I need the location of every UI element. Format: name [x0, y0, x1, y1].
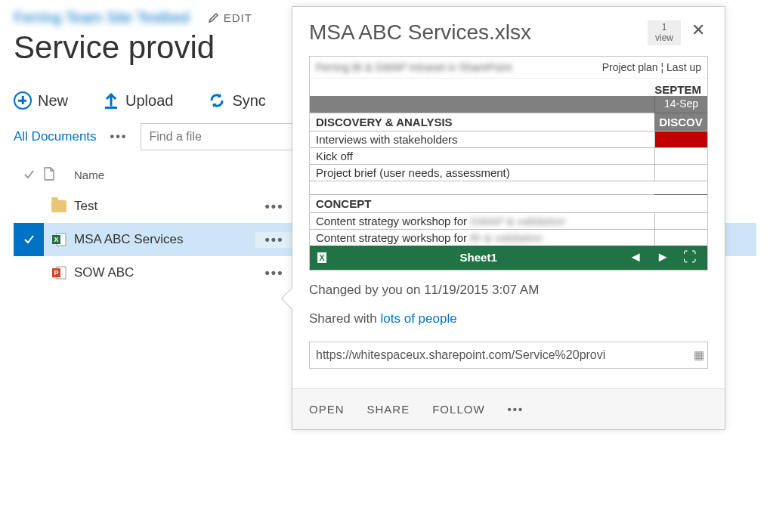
file-name[interactable]: SOW ABC — [74, 265, 255, 280]
view-count-n: 1 — [655, 22, 673, 32]
upload-label: Upload — [125, 92, 173, 110]
changed-info: Changed by you on 11/19/2015 3:07 AM — [309, 283, 708, 298]
svg-rect-0 — [105, 107, 117, 109]
url-text: https://whitespaceux.sharepoint.com/Serv… — [316, 348, 605, 362]
file-name[interactable]: Test — [74, 199, 255, 214]
row-menu-icon[interactable]: ••• — [255, 232, 293, 248]
new-button[interactable]: New — [14, 91, 68, 110]
check-header-icon[interactable] — [14, 169, 44, 181]
row-menu-icon[interactable]: ••• — [255, 265, 293, 281]
new-label: New — [38, 92, 68, 110]
file-callout: MSA ABC Services.xlsx 1 view ✕ Ferring B… — [292, 6, 725, 430]
preview-section-r: DISCOV — [654, 113, 707, 131]
preview-month: SEPTEM — [310, 79, 707, 96]
views-more-icon[interactable]: ••• — [110, 130, 128, 144]
preview-section: CONCEPT — [310, 194, 654, 212]
fullscreen-icon[interactable]: ⛶ — [683, 249, 697, 265]
excel-icon: X — [44, 232, 74, 247]
row-menu-icon[interactable]: ••• — [255, 199, 293, 215]
view-count: 1 view — [648, 20, 681, 45]
callout-title: MSA ABC Services.xlsx — [309, 20, 640, 45]
edit-links[interactable]: EDIT — [208, 11, 252, 24]
edit-links-label: EDIT — [224, 11, 252, 24]
sync-icon — [208, 91, 226, 110]
share-button[interactable]: SHARE — [367, 403, 410, 416]
sheet-prev-icon[interactable]: ◄ — [629, 249, 642, 265]
icon-column-header — [44, 167, 74, 183]
preview-cell: Interviews with stakeholders — [310, 131, 654, 147]
shared-link[interactable]: lots of people — [381, 311, 457, 326]
shared-prefix: Shared with — [309, 311, 381, 326]
sheet-tab[interactable]: Sheet1 — [339, 251, 618, 264]
preview-section: DISCOVERY & ANALYSIS — [310, 113, 654, 131]
preview-cell: Content strategy workshop for BI & valid… — [310, 229, 654, 246]
sync-button[interactable]: Sync — [208, 91, 265, 110]
close-icon[interactable]: ✕ — [688, 20, 708, 40]
sheet-next-icon[interactable]: ► — [656, 249, 669, 265]
url-box[interactable]: https://whitespaceux.sharepoint.com/Serv… — [309, 342, 708, 369]
svg-text:X: X — [320, 254, 325, 262]
footer-more-icon[interactable]: ••• — [508, 403, 524, 416]
follow-button[interactable]: FOLLOW — [432, 403, 484, 416]
view-count-label: view — [655, 32, 673, 43]
upload-button[interactable]: Upload — [103, 91, 173, 110]
shared-info: Shared with lots of people — [309, 311, 708, 326]
preview-date: 14-Sep — [654, 96, 707, 113]
pencil-icon — [208, 12, 219, 23]
site-breadcrumb[interactable]: Ferring Team Site Testbed — [14, 9, 190, 26]
folder-icon — [44, 200, 74, 212]
preview-cell: Project brief (user needs, assessment) — [310, 164, 654, 181]
row-check[interactable] — [14, 223, 44, 256]
view-all-documents[interactable]: All Documents — [14, 129, 97, 144]
sync-label: Sync — [232, 92, 265, 110]
qr-icon[interactable]: ▦ — [694, 348, 704, 362]
open-button[interactable]: OPEN — [309, 403, 345, 416]
preview-cell: Kick off — [310, 147, 654, 164]
plus-circle-icon — [14, 91, 32, 110]
file-preview[interactable]: Ferring BI & GMAP Intranet in SharePoint… — [309, 56, 708, 271]
name-column-header[interactable]: Name — [74, 169, 255, 181]
excel-app-icon: X — [310, 251, 339, 264]
upload-icon — [103, 91, 119, 110]
preview-cell: Content strategy workshop for GMAP & val… — [310, 212, 654, 229]
svg-text:X: X — [54, 236, 58, 243]
file-name[interactable]: MSA ABC Services — [74, 232, 255, 247]
svg-text:P: P — [54, 269, 58, 277]
preview-breadcrumb: Ferring BI & GMAP Intranet in SharePoint — [316, 61, 512, 73]
powerpoint-icon: P — [44, 265, 74, 280]
preview-tabs: Project plan ¦ Last up — [602, 61, 701, 73]
